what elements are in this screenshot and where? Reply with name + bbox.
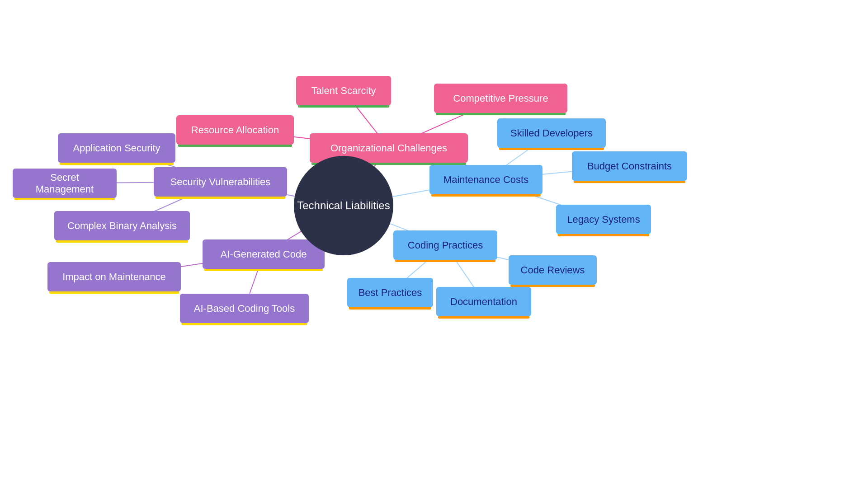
node-application-security[interactable]: Application Security bbox=[58, 133, 175, 163]
node-legacy-systems[interactable]: Legacy Systems bbox=[556, 205, 651, 234]
node-code-reviews[interactable]: Code Reviews bbox=[509, 255, 597, 285]
node-skilled-developers[interactable]: Skilled Developers bbox=[497, 118, 606, 148]
node-maintenance-costs[interactable]: Maintenance Costs bbox=[429, 165, 542, 194]
node-talent-scarcity[interactable]: Talent Scarcity bbox=[296, 76, 391, 105]
node-resource-allocation[interactable]: Resource Allocation bbox=[176, 115, 294, 145]
node-complex-binary[interactable]: Complex Binary Analysis bbox=[54, 211, 190, 240]
node-best-practices[interactable]: Best Practices bbox=[347, 278, 433, 307]
node-secret-management[interactable]: Secret Management bbox=[13, 169, 117, 198]
node-impact-maintenance[interactable]: Impact on Maintenance bbox=[47, 262, 181, 291]
node-coding-practices[interactable]: Coding Practices bbox=[393, 230, 497, 260]
node-competitive-pressure[interactable]: Competitive Pressure bbox=[434, 84, 567, 113]
node-ai-based-tools[interactable]: AI-Based Coding Tools bbox=[180, 294, 309, 323]
mind-map-canvas: Talent ScarcityCompetitive PressureOrgan… bbox=[0, 0, 868, 488]
center-node[interactable]: Technical Liabilities bbox=[294, 156, 393, 255]
node-security-vulnerabilities[interactable]: Security Vulnerabilities bbox=[154, 167, 287, 197]
node-budget-constraints[interactable]: Budget Constraints bbox=[572, 151, 687, 181]
node-ai-generated-code[interactable]: AI-Generated Code bbox=[203, 239, 325, 269]
node-documentation[interactable]: Documentation bbox=[436, 287, 531, 316]
